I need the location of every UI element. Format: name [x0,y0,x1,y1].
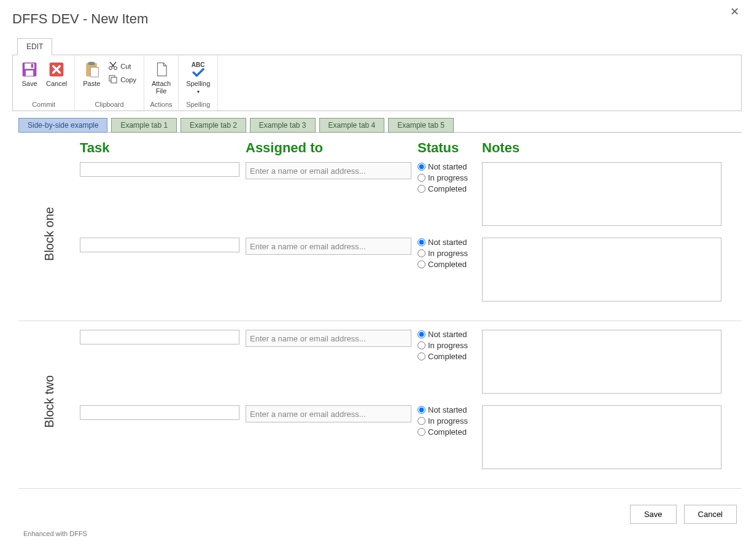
svg-point-9 [114,67,117,70]
status-option-completed[interactable]: Completed [418,184,476,193]
svg-rect-2 [26,71,33,76]
chevron-down-icon: ▾ [197,89,200,95]
form-row: Not startedIn progressCompleted [80,234,742,309]
status-option-completed[interactable]: Completed [418,260,476,269]
status-radio[interactable] [418,260,426,268]
status-option-not_started[interactable]: Not started [418,330,476,339]
status-radio[interactable] [418,417,426,425]
form-row: Not startedIn progressCompleted [80,158,742,234]
header-notes: Notes [482,140,728,156]
status-option-in_progress[interactable]: In progress [418,173,476,182]
status-label: In progress [428,341,468,350]
tab-example-5[interactable]: Example tab 5 [388,118,454,133]
form-tabs: Side-by-side example Example tab 1 Examp… [18,117,742,133]
task-input[interactable] [80,330,239,344]
tab-example-2[interactable]: Example tab 2 [181,118,246,133]
status-radio[interactable] [418,341,426,349]
status-label: Not started [428,405,467,414]
cancel-icon [47,60,66,79]
footer-cancel-button[interactable]: Cancel [684,505,737,524]
header-assigned: Assigned to [246,140,418,156]
assigned-input[interactable] [246,330,411,347]
status-radio[interactable] [418,174,426,182]
cancel-button[interactable]: Cancel [44,59,69,88]
status-label: Not started [428,162,467,171]
status-option-completed[interactable]: Completed [418,352,476,361]
ribbon: EDIT Save Cancel [12,38,742,111]
status-option-in_progress[interactable]: In progress [418,249,476,258]
block-label: Block one [42,207,56,261]
svg-rect-6 [88,62,95,65]
status-label: Not started [428,238,467,247]
save-button[interactable]: Save [18,59,41,88]
tab-example-4[interactable]: Example tab 4 [319,118,385,133]
copy-icon [108,74,118,85]
status-label: In progress [428,173,468,182]
ribbon-group-commit: Save Cancel Commit [13,55,75,111]
close-icon: ✕ [730,6,739,18]
column-headers: Task Assigned to Status Notes [80,136,742,158]
attach-file-button[interactable]: Attach File [149,59,173,96]
status-label: In progress [428,249,468,258]
block: Block oneNot startedIn progressCompleted… [18,158,742,321]
title-bar: DFFS DEV - New Item ✕ [12,0,742,36]
svg-rect-3 [31,64,34,68]
assigned-input[interactable] [246,162,411,179]
footer-bar: Save Cancel [18,494,742,526]
svg-rect-7 [91,68,99,77]
page-title: DFFS DEV - New Item [12,11,742,27]
status-option-in_progress[interactable]: In progress [418,341,476,350]
cut-button[interactable]: Cut [106,60,133,72]
status-radio[interactable] [418,249,426,257]
notes-input[interactable] [482,405,721,469]
status-radio[interactable] [418,428,426,436]
status-option-completed[interactable]: Completed [418,427,476,437]
notes-input[interactable] [482,162,721,226]
status-label: Completed [428,184,467,193]
status-radio[interactable] [418,406,426,414]
status-label: In progress [428,416,468,426]
cut-icon [108,61,118,72]
header-task: Task [80,140,246,156]
enhanced-label: Enhanced with DFFS [18,526,742,537]
copy-button[interactable]: Copy [106,74,139,86]
tab-example-1[interactable]: Example tab 1 [111,118,177,133]
status-radio[interactable] [418,352,426,360]
task-input[interactable] [80,162,239,177]
notes-input[interactable] [482,238,721,301]
assigned-input[interactable] [246,405,411,422]
status-radio[interactable] [418,330,426,338]
block-label: Block two [42,375,56,428]
svg-rect-11 [111,77,117,83]
notes-input[interactable] [482,330,721,394]
ribbon-group-spelling: ABC Spelling▾ Spelling [179,55,218,111]
paste-button[interactable]: Paste [80,59,103,88]
ribbon-group-clipboard: Paste Cut Copy [75,55,144,111]
status-label: Completed [428,427,467,437]
form-row: Not startedIn progressCompleted [80,326,742,402]
task-input[interactable] [80,238,239,252]
ribbon-tab-edit[interactable]: EDIT [17,38,52,55]
tab-side-by-side[interactable]: Side-by-side example [18,118,107,133]
assigned-input[interactable] [246,238,411,255]
status-radio[interactable] [418,238,426,246]
status-option-not_started[interactable]: Not started [418,238,476,247]
task-input[interactable] [80,405,239,420]
status-label: Not started [428,330,467,339]
status-option-not_started[interactable]: Not started [418,162,476,171]
spelling-button[interactable]: ABC Spelling▾ [184,59,212,96]
status-option-not_started[interactable]: Not started [418,405,476,414]
status-radio[interactable] [418,185,426,193]
ribbon-group-actions: Attach File Actions [144,55,179,111]
header-status: Status [418,140,482,156]
status-option-in_progress[interactable]: In progress [418,416,476,426]
tab-example-3[interactable]: Example tab 3 [250,118,316,133]
status-label: Completed [428,260,467,269]
save-icon [20,60,39,79]
form-row: Not startedIn progressCompleted [80,402,742,477]
block: Block twoNot startedIn progressCompleted… [18,326,742,489]
footer-save-button[interactable]: Save [630,505,677,524]
status-radio[interactable] [418,163,426,171]
close-button[interactable]: ✕ [725,2,744,21]
spelling-icon: ABC [189,60,208,79]
